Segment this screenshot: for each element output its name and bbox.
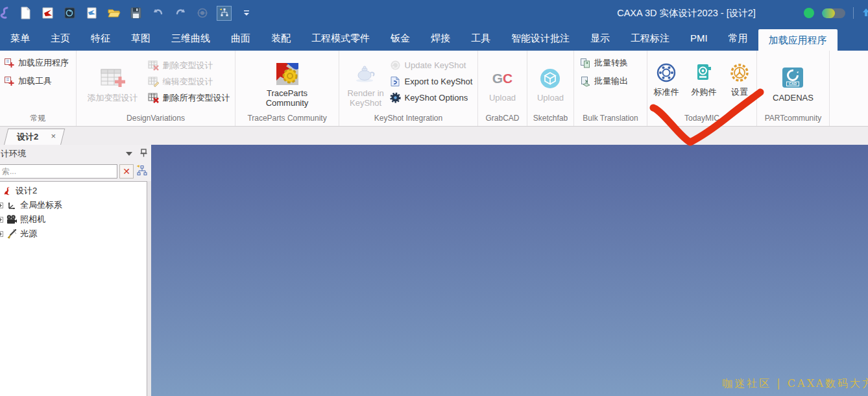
tree-item-camera[interactable]: 照相机 bbox=[0, 212, 147, 227]
document-tab-label: 设计2 bbox=[17, 131, 38, 143]
tab-sheet-metal[interactable]: 钣金 bbox=[380, 26, 420, 51]
update-keyshot-button[interactable]: Update KeyShot bbox=[390, 60, 473, 71]
button-label-line1: Render in bbox=[347, 88, 383, 98]
gear-icon bbox=[729, 58, 750, 87]
arrow-up-icon[interactable] bbox=[862, 7, 868, 19]
delete-all-variations-button[interactable]: 删除所有变型设计 bbox=[148, 92, 230, 104]
export-to-keyshot-button[interactable]: Export to KeyShot bbox=[390, 76, 473, 88]
pin-icon[interactable] bbox=[140, 149, 147, 159]
tab-home[interactable]: 主页 bbox=[40, 26, 80, 51]
tree-item-light-source[interactable]: 光源 bbox=[0, 227, 147, 241]
render-in-keyshot-button[interactable]: Render in KeyShot bbox=[344, 56, 387, 108]
tab-surface[interactable]: 曲面 bbox=[221, 26, 261, 51]
open-folder-icon[interactable] bbox=[107, 6, 121, 20]
delete-variation-button[interactable]: 删除变型设计 bbox=[148, 60, 230, 71]
button-label: Upload bbox=[489, 93, 516, 103]
purchased-parts-button[interactable]: 外购件 bbox=[686, 55, 722, 97]
settings-sphere-icon[interactable] bbox=[195, 6, 209, 20]
edit-variation-button[interactable]: 编辑变型设计 bbox=[148, 76, 230, 88]
tree-item-global-coords[interactable]: 全局坐标系 bbox=[0, 198, 147, 212]
load-tool-button[interactable]: 加载工具 bbox=[3, 75, 69, 87]
close-tab-icon[interactable]: × bbox=[51, 131, 56, 141]
save-icon[interactable] bbox=[129, 6, 143, 20]
tab-3d-curve[interactable]: 三维曲线 bbox=[161, 26, 221, 51]
tab-welding[interactable]: 焊接 bbox=[420, 26, 461, 51]
redo-icon[interactable] bbox=[173, 6, 187, 20]
tab-engineering-annotation[interactable]: 工程标注 bbox=[620, 26, 680, 51]
traceparts-community-button[interactable]: TraceParts Community bbox=[266, 56, 309, 108]
ribbon-group-partcommunity: CAD CADENAS PARTcommunity bbox=[757, 51, 830, 126]
ribbon-group-bulk-translation: 批量转换 批量输出 Bulk Translation bbox=[574, 51, 647, 126]
cadenas-cad-text: CAD bbox=[789, 82, 797, 86]
title-bar: CAXA 3D 实体设计2023 - [设计2] bbox=[0, 0, 868, 26]
quick-access-toolbar bbox=[0, 0, 253, 26]
button-label: 批量输出 bbox=[594, 75, 628, 87]
ribbon-group-label: 常规 bbox=[0, 112, 76, 126]
keyshot-options-button[interactable]: KeyShot Options bbox=[390, 92, 473, 104]
search-input[interactable] bbox=[0, 164, 117, 179]
panel-header: 计环境 bbox=[0, 145, 151, 162]
cadenas-icon: CAD bbox=[780, 64, 805, 93]
expand-icon[interactable] bbox=[0, 231, 3, 237]
ribbon-group-label: GrabCAD bbox=[478, 112, 527, 126]
tab-engineering-mode-parts[interactable]: 工程模式零件 bbox=[301, 26, 380, 51]
chevron-down-icon[interactable] bbox=[126, 152, 132, 156]
tab-assembly[interactable]: 装配 bbox=[261, 26, 301, 51]
tree-filter-icon[interactable] bbox=[136, 164, 149, 179]
tree-item-design2[interactable]: 设计2 bbox=[0, 184, 147, 198]
button-label: 批量转换 bbox=[594, 57, 628, 69]
ribbon-group-todaymic: 标准件 外购件 设置 TodayMIC bbox=[647, 51, 757, 126]
undo-icon[interactable] bbox=[151, 6, 165, 20]
3d-viewport[interactable]: 咖迷社区 | CAXA数码大方 bbox=[151, 145, 868, 396]
todaymic-settings-button[interactable]: 设置 bbox=[723, 55, 756, 97]
delete-variation-icon bbox=[148, 60, 160, 71]
tab-load-applications[interactable]: 加载应用程序 bbox=[758, 29, 838, 51]
tab-smart-annotation[interactable]: 智能设计批注 bbox=[501, 26, 580, 51]
button-label-line2: Community bbox=[266, 98, 309, 108]
bulk-convert-button[interactable]: 批量转换 bbox=[579, 57, 628, 69]
document-tab-design2[interactable]: 设计2 × bbox=[4, 129, 61, 145]
button-label: 编辑变型设计 bbox=[163, 76, 213, 88]
expand-icon[interactable] bbox=[0, 203, 3, 208]
tab-display[interactable]: 显示 bbox=[580, 26, 620, 51]
purchased-parts-icon bbox=[693, 58, 714, 87]
tab-pmi[interactable]: PMI bbox=[680, 26, 718, 51]
export-image-icon[interactable] bbox=[63, 6, 77, 20]
grabcad-upload-button[interactable]: GC Upload bbox=[489, 60, 516, 103]
tab-sketch[interactable]: 草图 bbox=[121, 26, 161, 51]
light-source-icon bbox=[6, 229, 18, 239]
delete-all-variations-icon bbox=[148, 92, 160, 104]
button-label-line2: KeyShot bbox=[350, 98, 381, 108]
sketchfab-upload-button[interactable]: Upload bbox=[537, 60, 564, 103]
sketchfab-icon bbox=[539, 64, 561, 93]
tab-menu[interactable]: 菜单 bbox=[0, 26, 40, 51]
tree-item-label: 设计2 bbox=[16, 185, 37, 197]
record-status-icon[interactable] bbox=[804, 8, 814, 18]
design-tree-tool-icon[interactable] bbox=[217, 6, 231, 20]
traceparts-icon bbox=[276, 60, 299, 88]
new-document-icon[interactable] bbox=[19, 6, 32, 20]
watermark-text: 咖迷社区 | CAXA数码大方 bbox=[722, 377, 868, 391]
bulk-export-button[interactable]: 批量输出 bbox=[579, 75, 628, 87]
send-document-icon[interactable] bbox=[85, 6, 99, 20]
button-label: Export to KeyShot bbox=[405, 77, 473, 86]
ribbon-group-label: KeyShot Integration bbox=[339, 112, 477, 126]
toolbar-options-caret-icon[interactable] bbox=[239, 6, 253, 20]
camera-icon bbox=[6, 214, 18, 225]
cadenas-button[interactable]: CAD CADENAS bbox=[773, 60, 814, 103]
design-tree: 设计2 全局坐标系 照相机 光源 bbox=[0, 181, 147, 396]
tab-feature[interactable]: 特征 bbox=[80, 26, 121, 51]
button-label: 标准件 bbox=[654, 87, 679, 97]
clear-search-button[interactable]: ✕ bbox=[119, 164, 134, 179]
tab-tools[interactable]: 工具 bbox=[461, 26, 501, 51]
tab-common[interactable]: 常用 bbox=[718, 26, 758, 51]
overlay-toggle[interactable] bbox=[822, 8, 845, 18]
standard-parts-button[interactable]: 标准件 bbox=[648, 55, 684, 97]
expand-icon[interactable] bbox=[0, 217, 3, 223]
design-document-icon bbox=[1, 186, 13, 196]
import-file-icon[interactable] bbox=[41, 6, 54, 20]
button-label: 加载工具 bbox=[18, 75, 52, 87]
load-application-button[interactable]: 加载应用程序 bbox=[3, 57, 69, 69]
add-variation-button[interactable]: 添加变型设计 bbox=[82, 60, 144, 103]
bearing-icon bbox=[656, 58, 677, 87]
